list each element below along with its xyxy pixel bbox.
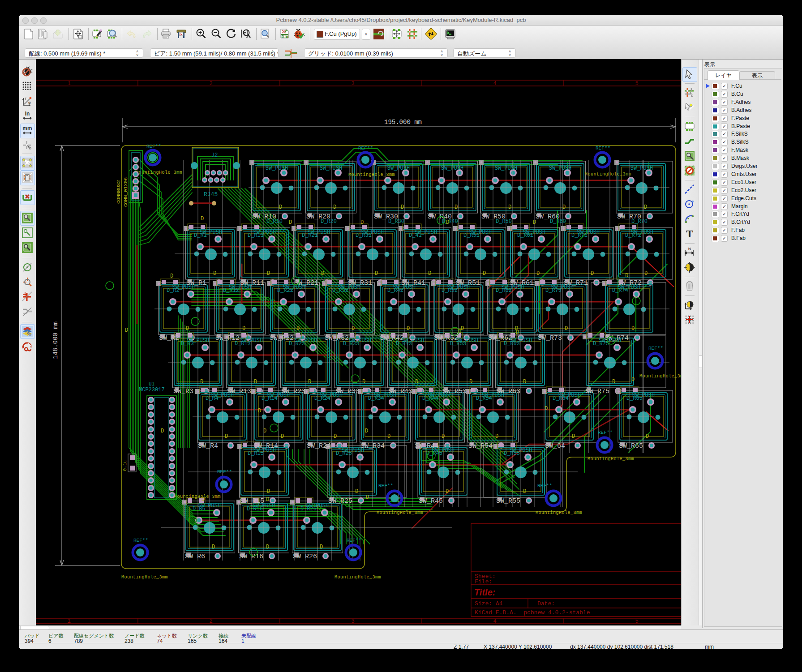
svg-text:D: D [646, 433, 649, 440]
svg-text:D: D [387, 433, 390, 440]
svg-text:D_R65: D_R65 [626, 395, 643, 402]
svg-text:D: D [516, 330, 519, 336]
svg-text:D_R52: D_R52 [442, 287, 458, 294]
svg-text:D: D [536, 270, 540, 277]
svg-text:Size: A4: Size: A4 [475, 600, 503, 607]
svg-text:D_R33: D_R33 [343, 341, 359, 347]
svg-text:D: D [225, 433, 228, 440]
svg-text:D_R32: D_R32 [332, 287, 348, 294]
svg-text:D_R26: D_R26 [300, 506, 317, 512]
svg-text:MountingHole_3mm: MountingHole_3mm [348, 172, 395, 177]
svg-text:D_R55: D_R55 [504, 450, 520, 457]
svg-text:D: D [533, 219, 536, 226]
svg-text:D: D [266, 544, 269, 550]
svg-text:REF**: REF** [133, 538, 148, 543]
svg-text:D_R11: D_R11 [248, 232, 264, 239]
svg-text:D: D [545, 406, 548, 412]
svg-text:SW_PUSH: SW_PUSH [441, 165, 463, 171]
svg-text:D: D [469, 379, 472, 385]
svg-text:SW_PUSH: SW_PUSH [549, 165, 571, 171]
svg-text:D: D [442, 433, 445, 440]
svg-text:r: r [25, 96, 26, 101]
svg-text:D_R23: D_R23 [289, 341, 305, 347]
svg-text:D: D [201, 216, 204, 222]
svg-text:SW_R26: SW_R26 [293, 553, 317, 561]
svg-text:D: D [281, 433, 284, 440]
svg-text:D: D [279, 204, 282, 210]
svg-text:NET: NET [281, 34, 288, 39]
svg-text:CONNBUS2: CONNBUS2 [116, 180, 121, 204]
svg-text:J2: J2 [211, 152, 218, 158]
svg-text:SW_64: SW_64 [545, 442, 565, 450]
svg-text:D: D [446, 488, 449, 495]
svg-text:5: 5 [635, 81, 638, 87]
svg-text:Title:: Title: [474, 587, 495, 597]
svg-text:REF**: REF** [378, 483, 393, 488]
svg-text:D_41: D_41 [409, 232, 422, 239]
svg-text:3: 3 [351, 81, 354, 87]
svg-text:SW_R55: SW_R55 [496, 497, 520, 505]
svg-text:D: D [407, 325, 410, 332]
svg-text:D_R51: D_R51 [463, 232, 480, 239]
svg-text:D_R75: D_R75 [593, 341, 609, 347]
svg-text:D_R42: D_R42 [387, 287, 403, 294]
svg-text:REF**: REF** [598, 430, 613, 435]
svg-text:D: D [366, 494, 369, 501]
svg-text:REF**: REF** [217, 469, 232, 475]
svg-text:D_R20: D_R20 [321, 218, 337, 225]
svg-text:D: D [455, 204, 458, 210]
svg-text:U1: U1 [149, 381, 155, 387]
svg-text:SW_R54: SW_R54 [468, 442, 493, 450]
svg-text:T: T [686, 228, 693, 240]
svg-text:D: D [212, 544, 215, 550]
svg-text:File:: File: [475, 578, 492, 585]
svg-text:SW_R25: SW_R25 [328, 497, 352, 505]
svg-text:D: D [612, 379, 615, 385]
svg-text:D_R34: D_R34 [368, 395, 384, 402]
svg-text:D_R53: D_R53 [450, 341, 466, 347]
svg-text:D: D [258, 408, 261, 414]
svg-text:148.000 mm: 148.000 mm [52, 321, 59, 359]
svg-text:Date:: Date: [537, 600, 555, 607]
svg-text:D: D [355, 488, 358, 495]
svg-text:MountingHole_3mm: MountingHole_3mm [585, 172, 631, 177]
svg-text:D_R22: D_R22 [277, 287, 293, 294]
svg-text:REF**: REF** [648, 346, 663, 351]
svg-text:4: 4 [493, 618, 496, 625]
svg-text:REF**: REF** [537, 483, 552, 488]
svg-text:SW_R6: SW_R6 [185, 553, 205, 561]
svg-text:D_R74: D_R74 [612, 287, 628, 294]
svg-text:195.000 mm: 195.000 mm [384, 119, 422, 126]
svg-text:D: D [320, 544, 323, 550]
svg-text:SW_R65: SW_R65 [619, 442, 643, 450]
svg-text:D_R72: D_R72 [625, 232, 641, 239]
svg-text:RJ45: RJ45 [204, 191, 218, 198]
svg-text:D: D [267, 488, 270, 495]
svg-text:D_R2: D_R2 [167, 287, 180, 294]
svg-text:SW_R75: SW_R75 [585, 388, 609, 395]
svg-text:1: 1 [67, 81, 70, 87]
svg-text:D: D [170, 273, 173, 279]
svg-text:D: D [289, 219, 292, 226]
svg-text:SW_PUSH: SW_PUSH [320, 165, 342, 171]
svg-text:D: D [631, 377, 635, 383]
svg-text:D_R31: D_R31 [356, 232, 372, 239]
svg-text:REF**: REF** [596, 146, 610, 151]
svg-text:D: D [565, 325, 568, 332]
svg-text:MountingHole_3mm: MountingHole_3mm [377, 510, 423, 515]
svg-text:MountingHole_3mm: MountingHole_3mm [174, 494, 221, 499]
svg-text:D_R10: D_R10 [266, 218, 283, 225]
svg-text:D_R3: D_R3 [181, 341, 194, 347]
svg-text:D: D [458, 329, 461, 335]
svg-text:SW_R73: SW_R73 [538, 334, 562, 342]
svg-text:D: D [161, 428, 164, 434]
svg-text:D: D [267, 270, 270, 277]
svg-text:CONN_01X06: CONN_01X06 [123, 177, 129, 207]
svg-text:MountingHole_3mm: MountingHole_3mm [639, 374, 681, 379]
svg-text:D: D [360, 219, 364, 226]
svg-text:D: D [446, 219, 449, 226]
svg-text:D: D [263, 428, 266, 434]
svg-text:D: D [562, 204, 566, 210]
svg-text:D: D [523, 488, 526, 495]
svg-text:N: N [688, 247, 691, 251]
